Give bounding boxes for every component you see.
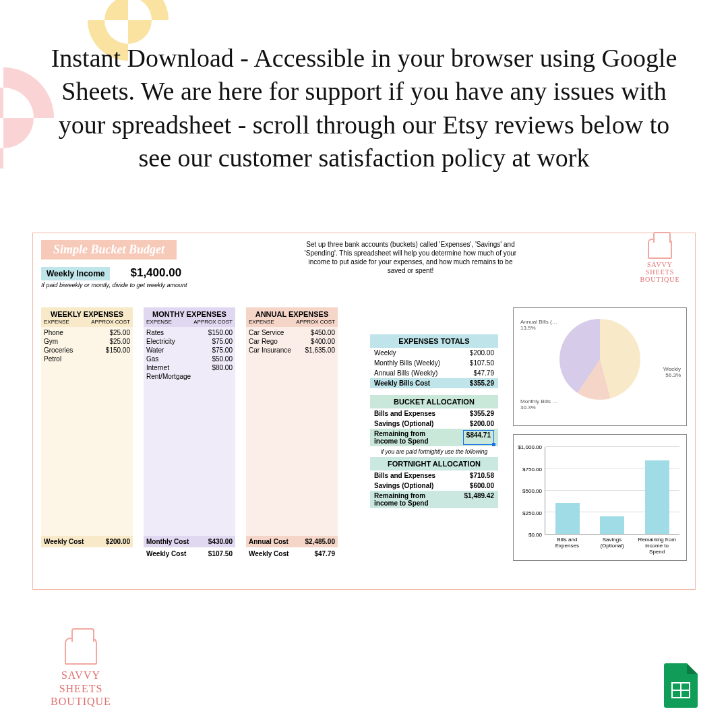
brand-logo: SAVVY SHEETS BOUTIQUE (633, 239, 687, 293)
footer-logo-text-2: BOUTIQUE (40, 695, 121, 708)
pie-icon (559, 319, 640, 400)
expenses-totals-heading: EXPENSES TOTALS (370, 334, 498, 348)
summary-column: EXPENSES TOTALS Weekly$200.00 Monthly Bi… (370, 334, 498, 508)
monthly-expenses-column: MONTHY EXPENSES EXPENSEAPPROX COST Rates… (144, 307, 235, 559)
logo-text-2: BOUTIQUE (633, 276, 687, 283)
bar (555, 503, 580, 534)
bucket-row: Savings (Optional)$200.00 (370, 419, 498, 429)
annual-total: Annual Cost$2,485.00 (246, 536, 338, 547)
income-note: If paid biweekly or montly, divide to ge… (41, 282, 687, 289)
sheet-title: Simple Bucket Budget (41, 240, 177, 260)
expense-columns: WEEKLY EXPENSES EXPENSEAPPROX COST Phone… (41, 307, 338, 559)
table-row: Car Rego$400.00 (249, 337, 335, 346)
monthly-heading: MONTHY EXPENSES (144, 307, 235, 319)
monthly-subhead: EXPENSEAPPROX COST (144, 319, 235, 327)
total-row: Weekly$200.00 (370, 348, 498, 358)
fortnight-row: Bills and Expenses$710.58 (370, 471, 498, 481)
pie-slice-label: Annual Bills (…13.5% (520, 319, 557, 331)
table-row: Car Insurance$1,635.00 (249, 346, 335, 355)
sheet-blurb: Set up three bank accounts (buckets) cal… (299, 240, 522, 275)
spreadsheet-preview: Simple Bucket Budget Set up three bank a… (32, 233, 696, 590)
monthly-content: Rates$150.00 Electricity$75.00 Water$75.… (144, 327, 235, 536)
fortnight-allocation-heading: FORTNIGHT ALLOCATION (370, 457, 498, 471)
table-row: Internet$80.00 (146, 363, 233, 372)
fortnight-remaining: Remaining from income to Spend$1,489.42 (370, 491, 498, 508)
table-row: Car Service$450.00 (249, 328, 335, 337)
table-row: Phone$25.00 (44, 328, 130, 337)
decor-swirl-pink (0, 67, 54, 169)
annual-weekly-cost: Weekly Cost$47.79 (246, 547, 338, 559)
footer-logo-text-1: SAVVY SHEETS (40, 669, 121, 694)
total-row: Annual Bills (Weekly)$47.79 (370, 368, 498, 378)
table-row: Rent/Mortgage (146, 372, 233, 381)
google-sheets-icon (664, 663, 698, 708)
table-row: Water$75.00 (146, 346, 233, 355)
bar-plot (545, 447, 679, 535)
bar-chart: $1,000.00 $750.00 $500.00 $250.00 $0.00 (513, 434, 687, 561)
logo-icon (65, 638, 97, 665)
footer-brand-logo: SAVVY SHEETS BOUTIQUE (40, 638, 121, 708)
fortnight-row: Savings (Optional)$600.00 (370, 481, 498, 491)
table-row: Electricity$75.00 (146, 337, 233, 346)
bucket-row: Bills and Expenses$355.29 (370, 408, 498, 419)
pie-slice-label: Monthly Bills …30.3% (520, 398, 557, 411)
bar (600, 516, 624, 534)
annual-expenses-column: ANNUAL EXPENSES EXPENSEAPPROX COST Car S… (246, 307, 338, 559)
pie-chart: Annual Bills (…13.5% Weekly56.3% Monthly… (513, 307, 687, 426)
pie-slice-label: Weekly56.3% (663, 366, 681, 378)
bar-x-labels: Bills and Expenses Savings (Optional) Re… (545, 537, 679, 555)
table-row: Groceries$150.00 (44, 346, 130, 355)
logo-text-1: SAVVY SHEETS (633, 261, 687, 276)
logo-icon (648, 239, 672, 259)
total-row: Monthly Bills (Weekly)$107.50 (370, 358, 498, 368)
weekly-total: Weekly Cost$200.00 (41, 536, 133, 547)
bucket-allocation-heading: BUCKET ALLOCATION (370, 395, 498, 408)
income-value: $1,400.00 (130, 266, 181, 280)
weekly-bills-cost: Weekly Bills Cost$355.29 (370, 378, 498, 388)
annual-subhead: EXPENSEAPPROX COST (246, 319, 338, 327)
weekly-expenses-column: WEEKLY EXPENSES EXPENSEAPPROX COST Phone… (41, 307, 133, 559)
weekly-heading: WEEKLY EXPENSES (41, 307, 133, 319)
annual-heading: ANNUAL EXPENSES (246, 307, 338, 319)
weekly-content: Phone$25.00 Gym$25.00 Groceries$150.00 P… (41, 327, 133, 536)
table-row: Gym$25.00 (44, 337, 130, 346)
annual-content: Car Service$450.00 Car Rego$400.00 Car I… (246, 327, 338, 536)
fortnight-note: if you are paid fortnightly use the foll… (370, 446, 498, 457)
bar (645, 460, 669, 534)
bucket-remaining: Remaining from income to Spend$844.71 (370, 429, 498, 446)
monthly-total: Monthly Cost$430.00 (144, 536, 235, 547)
table-row: Gas$50.00 (146, 355, 233, 363)
table-row: Rates$150.00 (146, 328, 233, 337)
charts-column: Annual Bills (…13.5% Weekly56.3% Monthly… (513, 307, 687, 569)
weekly-subhead: EXPENSEAPPROX COST (41, 319, 133, 327)
headline-text: Instant Download - Accessible in your br… (47, 42, 681, 175)
monthly-weekly-cost: Weekly Cost$107.50 (144, 547, 235, 559)
bar-y-axis: $1,000.00 $750.00 $500.00 $250.00 $0.00 (518, 447, 545, 535)
table-row: Petrol (44, 355, 130, 363)
income-label: Weekly Income (41, 267, 110, 280)
